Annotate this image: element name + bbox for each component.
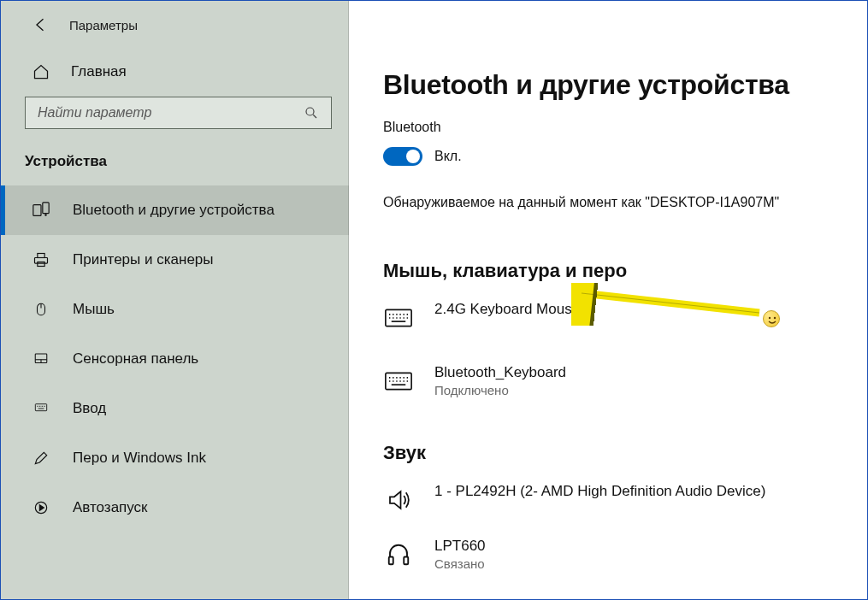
svg-rect-48 (404, 557, 408, 565)
device-status: Связано (434, 556, 486, 571)
sidebar-item-mouse[interactable]: Мышь (1, 285, 349, 334)
svg-rect-47 (389, 557, 393, 565)
nav-label: Ввод (73, 400, 106, 417)
nav-label: Мышь (73, 301, 115, 318)
annotation-smiley-icon (763, 310, 780, 327)
device-row-bt-keyboard[interactable]: Bluetooth_Keyboard Подключено (383, 364, 833, 397)
autoplay-icon (32, 498, 50, 517)
annotation-arrow (571, 283, 768, 326)
svg-rect-5 (38, 254, 44, 258)
svg-point-0 (306, 108, 314, 115)
device-name: LPT660 (434, 538, 486, 555)
mouse-icon (32, 300, 50, 319)
sidebar-item-typing[interactable]: Ввод (1, 384, 349, 433)
svg-rect-4 (35, 258, 48, 264)
svg-point-3 (45, 215, 46, 215)
bluetooth-toggle-row: Вкл. (383, 147, 833, 166)
device-name: 1 - PL2492H (2- AMD High Definition Audi… (434, 483, 765, 500)
search-input[interactable] (38, 105, 302, 121)
search-box[interactable] (25, 97, 332, 129)
search-icon (302, 103, 321, 122)
sidebar-category: Устройства (1, 129, 349, 185)
sidebar-item-bluetooth[interactable]: Bluetooth и другие устройства (1, 185, 349, 235)
bluetooth-toggle[interactable] (383, 147, 422, 166)
sidebar-item-printers[interactable]: Принтеры и сканеры (1, 235, 349, 285)
svg-point-52 (774, 317, 776, 319)
nav-label: Автозапуск (73, 499, 148, 516)
group-input-title: Мышь, клавиатура и перо (383, 260, 833, 282)
sidebar-item-autoplay[interactable]: Автозапуск (1, 483, 349, 532)
device-row-headphones[interactable]: LPT660 Связано (383, 538, 833, 571)
svg-rect-6 (38, 262, 44, 267)
back-button[interactable] (32, 15, 50, 34)
svg-point-51 (769, 317, 771, 319)
page-title: Bluetooth и другие устройства (383, 69, 833, 101)
svg-rect-12 (35, 404, 46, 411)
main-panel: Bluetooth и другие устройства Bluetooth … (349, 1, 867, 599)
home-icon (32, 62, 50, 81)
group-sound-title: Звук (383, 442, 833, 464)
printer-icon (32, 250, 50, 269)
svg-rect-1 (33, 205, 41, 216)
headphones-icon (383, 539, 414, 570)
svg-line-50 (582, 293, 759, 313)
device-name: Bluetooth_Keyboard (434, 364, 566, 381)
sidebar-home[interactable]: Главная (1, 49, 349, 95)
keyboard-icon (383, 303, 414, 333)
device-info: 1 - PL2492H (2- AMD High Definition Audi… (434, 483, 765, 500)
settings-app: Параметры Главная Устройства Bluetoo (1, 1, 867, 599)
device-name: 2.4G Keyboard Mouse (434, 301, 580, 318)
sidebar-item-touchpad[interactable]: Сенсорная панель (1, 334, 349, 384)
bluetooth-section-label: Bluetooth (383, 120, 833, 135)
search-wrap (1, 95, 349, 129)
devices-icon (32, 201, 50, 220)
device-info: LPT660 Связано (434, 538, 486, 571)
home-label: Главная (71, 63, 127, 80)
nav-label: Bluetooth и другие устройства (73, 202, 275, 219)
touchpad-icon (32, 350, 50, 368)
nav-label: Сенсорная панель (73, 350, 198, 368)
device-info: Bluetooth_Keyboard Подключено (434, 364, 566, 397)
device-info: 2.4G Keyboard Mouse (434, 301, 580, 318)
nav-items: Bluetooth и другие устройства Принтеры и… (1, 185, 349, 532)
keyboard-icon (383, 366, 414, 397)
pen-icon (32, 449, 50, 468)
speaker-icon (383, 485, 414, 515)
nav-label: Принтеры и сканеры (73, 251, 214, 268)
device-row-speaker[interactable]: 1 - PL2492H (2- AMD High Definition Audi… (383, 483, 833, 515)
keyboard-icon (32, 399, 50, 418)
discoverable-text: Обнаруживаемое на данный момент как "DES… (383, 195, 833, 210)
device-status: Подключено (434, 383, 566, 397)
svg-rect-2 (43, 203, 49, 214)
sidebar-item-pen[interactable]: Перо и Windows Ink (1, 433, 349, 483)
app-title: Параметры (69, 18, 138, 32)
nav-label: Перо и Windows Ink (73, 450, 206, 467)
sidebar: Параметры Главная Устройства Bluetoo (1, 1, 349, 599)
toggle-state-label: Вкл. (434, 149, 462, 164)
header-row: Параметры (1, 1, 349, 49)
